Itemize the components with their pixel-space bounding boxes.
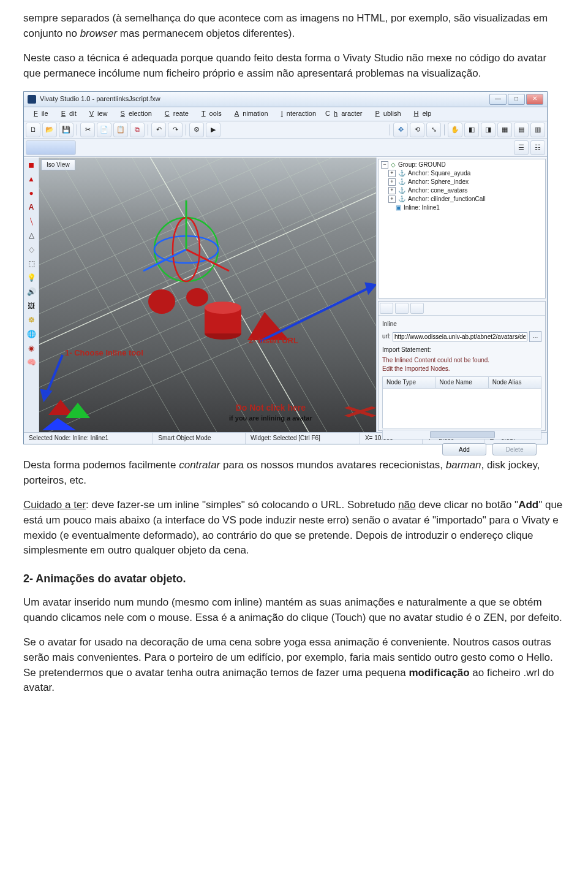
node-table-header: Node Type Node Name Node Alias: [382, 376, 541, 389]
url-input[interactable]: [393, 332, 527, 341]
palette-cone-icon[interactable]: ▲: [25, 173, 37, 186]
status-selected: Selected Node: Inline: Inline1: [24, 433, 153, 444]
tool-b4[interactable]: ▤: [514, 123, 529, 137]
horizontal-scrollbar[interactable]: [382, 430, 541, 439]
svg-point-27: [186, 288, 208, 306]
tool-paste[interactable]: 📋: [113, 123, 128, 137]
app-icon: [28, 95, 36, 104]
heading-2: 2- Animações do avatar objeto.: [23, 571, 565, 587]
tree-anchor-2[interactable]: Anchor: cone_avatars: [408, 186, 467, 195]
palette-anchor-icon[interactable]: ◉: [25, 343, 37, 355]
tool-move[interactable]: ✥: [393, 123, 408, 137]
tool-b1[interactable]: ◧: [464, 123, 479, 137]
tool-rotate[interactable]: ⟲: [410, 123, 424, 137]
menu-edit[interactable]: Edit: [54, 108, 80, 120]
svg-line-24: [186, 249, 229, 271]
tool-copy[interactable]: 📄: [97, 123, 111, 137]
tool-prefs[interactable]: ⚙: [189, 123, 204, 137]
palette-inline-icon[interactable]: 🌐: [25, 329, 37, 341]
palette-paint-icon[interactable]: ⬚: [25, 258, 37, 270]
menu-file[interactable]: File: [26, 108, 52, 120]
menu-selection[interactable]: Selection: [113, 108, 156, 120]
menu-publish[interactable]: Publish: [368, 108, 404, 120]
svg-line-2: [39, 243, 376, 432]
col-node-type[interactable]: Node Type: [383, 377, 435, 389]
menu-tools[interactable]: Tools: [194, 108, 225, 120]
paragraph-2: Neste caso a técnica é adequada porque q…: [23, 51, 565, 81]
tool-new[interactable]: 🗋: [26, 123, 40, 137]
palette-poly-icon[interactable]: △: [25, 230, 37, 242]
annotation-3: Do Not click here if you are inlining a …: [229, 401, 312, 424]
client-area: ◼ ▲ ● A ⧹ △ ◇ ⬚ 💡 🔊 🖼 ☸ 🌐 ◉ 🧠 Iso View: [24, 157, 547, 432]
tool-scale[interactable]: ⤡: [426, 123, 441, 137]
scene-tree[interactable]: −◇Group: GROUND +⚓Anchor: Square_ayuda +…: [378, 159, 546, 299]
delete-button[interactable]: Delete: [492, 443, 537, 455]
tree-inline[interactable]: Inline: Inline1: [404, 203, 440, 212]
palette-light-icon[interactable]: 💡: [25, 272, 37, 284]
tool-save[interactable]: 💾: [59, 123, 74, 137]
toolbar-row-2: ☰ ☷: [24, 139, 547, 157]
menu-view[interactable]: View: [82, 108, 111, 120]
node-table-body[interactable]: [382, 389, 541, 428]
status-mode: Smart Object Mode: [153, 433, 246, 444]
tool-pan[interactable]: ✋: [448, 123, 462, 137]
palette-image-icon[interactable]: 🖼: [25, 300, 37, 313]
tool-b2[interactable]: ◨: [481, 123, 496, 137]
right-panel: −◇Group: GROUND +⚓Anchor: Square_ayuda +…: [376, 158, 547, 432]
minimize-button[interactable]: —: [489, 94, 507, 105]
svg-line-25: [143, 249, 186, 271]
url-label: url:: [382, 332, 391, 341]
import-label: Import Statement:: [382, 346, 541, 355]
palette-text-icon[interactable]: A: [25, 202, 37, 214]
tool-cut[interactable]: ✂: [80, 123, 95, 137]
col-node-name[interactable]: Node Name: [435, 377, 488, 389]
menu-help[interactable]: Help: [407, 108, 435, 120]
tool-prop-toggle[interactable]: ☷: [530, 140, 545, 155]
prop-tool-3[interactable]: [410, 303, 424, 314]
menu-animation[interactable]: Animation: [227, 108, 272, 120]
tree-anchor-0[interactable]: Anchor: Square_ayuda: [408, 169, 470, 178]
tool-mode[interactable]: [26, 140, 76, 155]
tree-anchor-1[interactable]: Anchor: Sphere_index: [408, 178, 469, 186]
svg-line-37: [260, 285, 375, 341]
tool-play[interactable]: ▶: [206, 123, 221, 137]
svg-line-6: [39, 158, 376, 317]
tool-b5[interactable]: ▥: [530, 123, 545, 137]
tool-b3[interactable]: ▦: [497, 123, 512, 137]
maximize-button[interactable]: □: [508, 94, 525, 105]
menu-bar: File Edit View Selection Create Tools An…: [24, 107, 547, 121]
palette-edit-icon[interactable]: ◇: [25, 244, 37, 256]
col-node-alias[interactable]: Node Alias: [489, 377, 541, 389]
tree-anchor-3[interactable]: Anchor: cilinder_functionCall: [408, 195, 486, 203]
palette-brain-icon[interactable]: 🧠: [25, 357, 37, 369]
menu-create[interactable]: Create: [157, 108, 192, 120]
tool-tree-toggle[interactable]: ☰: [514, 140, 529, 155]
palette-cube-icon[interactable]: ◼: [25, 159, 37, 172]
tool-redo[interactable]: ↷: [168, 123, 183, 137]
viewport-3d[interactable]: Iso View: [39, 158, 376, 432]
tool-undo[interactable]: ↶: [151, 123, 166, 137]
inline-section-label: Inline: [382, 320, 541, 329]
palette-sound-icon[interactable]: 🔊: [25, 286, 37, 299]
property-panel: Inline url: … Import Statement: The Inli…: [378, 301, 546, 431]
paragraph-6: Se o avatar for usado na decoração de um…: [23, 635, 565, 696]
palette-sphere-icon[interactable]: ●: [25, 188, 37, 200]
menu-interaction[interactable]: Interaction: [274, 108, 320, 120]
add-button[interactable]: Add: [442, 443, 486, 455]
prop-tool-1[interactable]: [380, 303, 393, 314]
menu-character[interactable]: Character: [322, 108, 366, 120]
palette-line-icon[interactable]: ⧹: [25, 216, 37, 228]
tool-group[interactable]: ⧉: [130, 123, 145, 137]
browse-button[interactable]: …: [529, 331, 541, 342]
tool-open[interactable]: 📂: [42, 123, 57, 137]
prop-tool-2[interactable]: [395, 303, 409, 314]
import-msg-2: Edit the Imported Nodes.: [382, 365, 541, 374]
close-button[interactable]: ✕: [526, 94, 543, 105]
paragraph-1: sempre separados (à semelhança do que ac…: [23, 11, 565, 41]
property-toolbar: [379, 302, 545, 316]
title-bar: Vivaty Studio 1.0 - parentlinksJscript.f…: [24, 92, 547, 107]
svg-line-17: [309, 158, 376, 432]
tree-group[interactable]: Group: GROUND: [398, 161, 446, 169]
palette-wheel-icon[interactable]: ☸: [25, 314, 37, 327]
status-widget: Widget: Selected [Ctrl F6]: [246, 433, 360, 444]
